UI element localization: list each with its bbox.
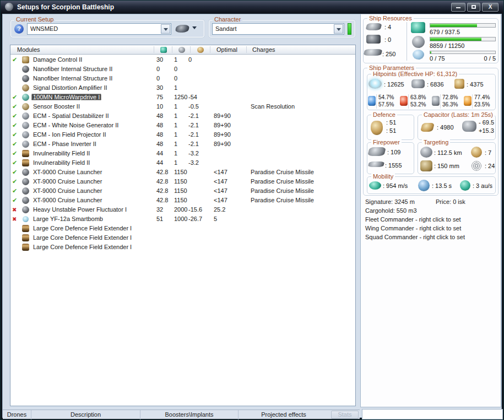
module-name[interactable]: XT-9000 Cruise Launcher (31, 178, 104, 185)
character-combobox[interactable]: Sandart (212, 23, 344, 35)
module-name[interactable]: XT-9000 Cruise Launcher (31, 187, 104, 194)
module-name[interactable]: Invulnerability Field II (31, 150, 91, 157)
module-charge[interactable]: Paradise Cruise Missile (251, 169, 314, 175)
help-icon[interactable]: ? (14, 24, 24, 34)
table-row[interactable]: Large YF-12a Smartbomb 51 1000 -26.7 5 (10, 214, 355, 224)
table-row[interactable]: ECM - Ion Field Projector II 48 1 -2.1 8… (10, 130, 355, 139)
module-charge[interactable]: Paradise Cruise Missile (251, 178, 314, 185)
module-name[interactable]: ECM - Spatial Destabilizer II (31, 112, 111, 119)
squad-commander-setting[interactable]: Squad Commander - right click to set (365, 234, 465, 240)
title-bar[interactable]: Setups for Scorpion Battleship X (1, 1, 503, 14)
wing-commander-setting[interactable]: Wing Commander - right click to set (365, 225, 461, 231)
table-row[interactable]: Invulnerability Field II 44 1 -3.2 (10, 149, 355, 158)
table-row[interactable]: ECM - Phase Inverter II 48 1 -2.1 89+90 (10, 139, 355, 149)
maximize-button[interactable] (467, 3, 480, 12)
targeting-range-icon (420, 147, 432, 158)
table-row[interactable]: Heavy Unstable Power Fluctuator I 32 200… (10, 205, 355, 214)
module-powergrid: 1150 (174, 197, 187, 203)
module-name[interactable]: 100MN MicroWarpdrive I (31, 94, 101, 100)
module-name[interactable]: Nanofiber Internal Structure II (31, 66, 114, 72)
table-row[interactable]: XT-9000 Cruise Launcher 42.8 1150 <147 P… (10, 196, 355, 205)
table-row[interactable]: Large Core Defence Field Extender I (10, 224, 355, 233)
module-name[interactable]: Large YF-12a Smartbomb (31, 216, 105, 222)
table-row[interactable]: XT-9000 Cruise Launcher 42.8 1150 <147 P… (10, 177, 355, 186)
module-name[interactable]: Large Core Defence Field Extender I (31, 234, 133, 241)
module-name[interactable]: Large Core Defence Field Extender I (31, 244, 133, 250)
module-name[interactable]: Invulnerability Field II (31, 159, 91, 166)
tab-drones[interactable]: Drones (3, 410, 31, 419)
character-dropdown-arrow-icon[interactable] (334, 24, 343, 34)
optimal-column-header[interactable]: Optimal (216, 46, 237, 53)
module-name[interactable]: Damage Control II (31, 56, 84, 63)
module-cap-use: -3.2 (188, 150, 199, 157)
mobility-group: Mobility : 954 m/s : 13.5 s : 3 au/s (367, 176, 496, 194)
hitpoints-group: Hitpoints (Effective HP: 61,312) : 12625… (367, 74, 496, 110)
tab-description[interactable]: Description (31, 410, 140, 419)
module-name[interactable]: Heavy Unstable Power Fluctuator I (31, 206, 128, 213)
table-row[interactable]: Invulnerability Field II 44 1 -3.2 (10, 158, 355, 168)
module-status-icon (12, 94, 20, 101)
module-name[interactable]: XT-9000 Cruise Launcher (31, 169, 104, 175)
module-optimal: <147 (214, 178, 227, 185)
fleet-commander-setting[interactable]: Fleet Commander - right click to set (365, 216, 461, 223)
minimize-button[interactable] (451, 3, 465, 12)
table-row[interactable]: ECM - Spatial Destabilizer II 48 1 -2.1 … (10, 111, 355, 121)
module-name[interactable]: Nanofiber Internal Structure II (31, 75, 114, 82)
calibration-icon (364, 49, 383, 56)
table-row[interactable]: XT-9000 Cruise Launcher 42.8 1150 <147 P… (10, 168, 355, 177)
module-cpu: 10 (156, 103, 163, 110)
module-name[interactable]: Sensor Booster II (31, 103, 82, 110)
module-name[interactable]: Large Core Defence Field Extender I (31, 225, 133, 231)
capacitor-group: Capacitor (Lasts: 1m 25s) : 4980 - 69.5 … (418, 115, 496, 140)
stats-button[interactable]: Stats (331, 411, 359, 419)
module-charge[interactable]: Scan Resolution (251, 103, 295, 110)
explosive-resist-icon (464, 96, 472, 106)
module-charge[interactable]: Paradise Cruise Missile (251, 197, 314, 203)
chevron-down-icon (192, 26, 197, 31)
module-powergrid: 1 (174, 103, 177, 110)
tab-boosters-implants[interactable]: Boosters\Implants (140, 410, 239, 419)
table-row[interactable]: Damage Control II 30 1 0 (10, 55, 355, 64)
module-charge[interactable]: Paradise Cruise Missile (251, 187, 314, 194)
charges-column-header[interactable]: Charges (252, 46, 275, 53)
table-row[interactable]: Large Core Defence Field Extender I (10, 233, 355, 243)
module-optimal: 89+90 (214, 112, 231, 119)
warp-speed-value: : 3 au/s (473, 182, 492, 189)
module-name[interactable]: XT-9000 Cruise Launcher (31, 197, 104, 203)
table-row[interactable]: ECM - White Noise Generator II 48 1 -2.1… (10, 121, 355, 130)
ship-menu-button[interactable] (176, 25, 197, 34)
module-type-icon (22, 66, 29, 73)
character-group: Character Sandart (208, 19, 356, 38)
module-cap-use: -2.1 (188, 122, 199, 128)
module-name[interactable]: Signal Distortion Amplifier II (31, 84, 109, 91)
module-name[interactable]: ECM - Ion Field Projector II (31, 131, 108, 138)
table-row[interactable]: Nanofiber Internal Structure II 0 0 (10, 74, 355, 83)
em-resist-icon (368, 96, 376, 106)
tab-projected-effects[interactable]: Projected effects (239, 410, 329, 419)
ship-resources-label: Ship Resources (367, 15, 414, 21)
defence-label: Defence (371, 111, 397, 118)
module-status-icon (12, 206, 20, 213)
targeting-label: Targeting (422, 139, 450, 146)
module-type-icon (22, 225, 29, 232)
module-name[interactable]: ECM - White Noise Generator II (31, 122, 120, 128)
module-name[interactable]: ECM - Phase Inverter II (31, 141, 98, 147)
ship-resources-group: Ship Resources : 4 : 0 : 250 679 / 937.5… (363, 18, 498, 63)
structure-icon (454, 79, 464, 89)
module-type-icon (22, 159, 29, 166)
module-powergrid: 1 (174, 112, 177, 119)
table-row[interactable]: Signal Distortion Amplifier II 30 1 (10, 83, 355, 93)
kinetic-resist-icon (432, 96, 440, 106)
table-row[interactable]: XT-9000 Cruise Launcher 42.8 1150 <147 P… (10, 186, 355, 196)
setup-combobox[interactable]: WNSMED (27, 23, 171, 35)
turret-hardpoints-value: : 4 (384, 24, 391, 30)
table-row[interactable]: 100MN MicroWarpdrive I 75 1250 -54 (10, 93, 355, 102)
character-combobox-value: Sandart (215, 25, 237, 32)
table-row[interactable]: Sensor Booster II 10 1 -0.5 Scan Resolut… (10, 102, 355, 111)
align-time-icon (418, 180, 430, 191)
table-row[interactable]: Nanofiber Internal Structure II 0 0 (10, 64, 355, 74)
modules-column-header[interactable]: Modules (17, 46, 40, 53)
setup-dropdown-arrow-icon[interactable] (161, 24, 170, 34)
table-row[interactable]: Large Core Defence Field Extender I (10, 243, 355, 252)
close-button[interactable]: X (482, 3, 498, 12)
